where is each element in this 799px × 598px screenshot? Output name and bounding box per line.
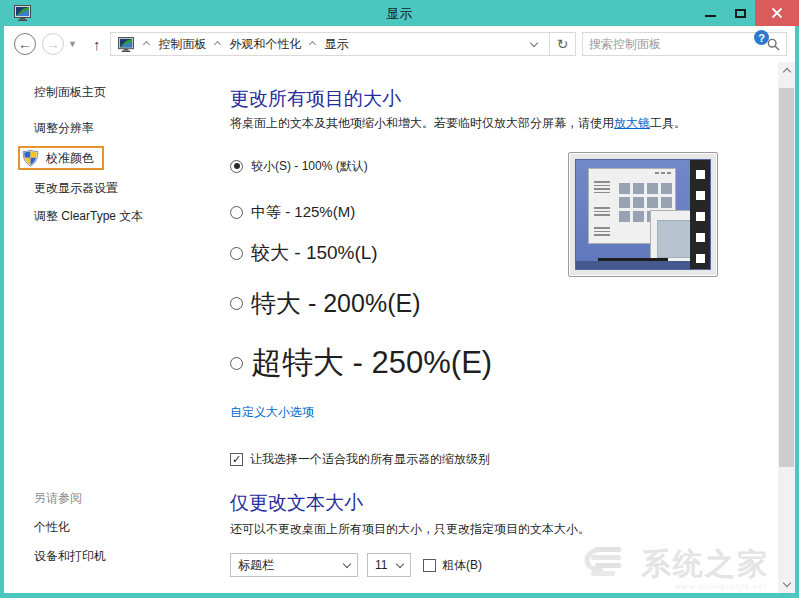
section-title-text-size: 仅更改文本大小 (230, 492, 775, 514)
radio-option-extralarge-200[interactable]: 特大 - 200%(E) (230, 286, 775, 320)
bold-checkbox-label: 粗体(B) (442, 557, 482, 574)
font-size-value: 11 (375, 558, 389, 572)
preview-screen (575, 159, 711, 270)
preview-taskbar (576, 261, 690, 269)
sidebar-item-label: 调整 ClearType 文本 (34, 208, 143, 225)
chevron-up-icon (782, 68, 790, 76)
radio-icon[interactable] (230, 206, 243, 219)
chevron-down-icon (396, 559, 404, 567)
refresh-button[interactable]: ↻ (550, 32, 576, 56)
sidebar-item-label: 更改显示器设置 (34, 180, 118, 197)
preview-text-lines (594, 207, 610, 216)
radio-label: 较大 - 150%(L) (251, 240, 378, 266)
preview-charms-bar (690, 160, 710, 269)
font-size-select[interactable]: 11 (367, 553, 411, 577)
breadcrumb-separator-icon (214, 40, 221, 47)
scroll-down-button[interactable] (778, 576, 795, 593)
back-button[interactable]: ← (14, 33, 36, 55)
forward-button[interactable]: → (42, 33, 64, 55)
search-input[interactable] (589, 37, 767, 51)
sidebar-item-adjust-resolution[interactable]: 调整分辨率 (34, 118, 230, 138)
breadcrumb-monitor-icon (118, 37, 134, 52)
radio-selected-icon[interactable] (230, 160, 243, 173)
scroll-up-button[interactable] (778, 62, 795, 79)
chevron-down-icon (782, 579, 790, 587)
breadcrumb-separator-icon (143, 40, 150, 47)
breadcrumb-separator-icon (309, 40, 316, 47)
titlebar: 显示 (0, 0, 799, 26)
sidebar: 控制面板主页 调整分辨率 校准颜色 更改显示器设置 调整 ClearType 文… (4, 62, 230, 593)
radio-icon[interactable] (230, 297, 243, 310)
maximize-button[interactable] (725, 0, 755, 26)
scale-all-displays-row[interactable]: ✓ 让我选择一个适合我的所有显示器的缩放级别 (230, 451, 775, 468)
text-size-description: 还可以不更改桌面上所有项目的大小，只更改指定项目的文本大小。 (230, 520, 775, 538)
breadcrumb-display[interactable]: 显示 (322, 36, 350, 53)
scrollbar-thumb[interactable] (779, 88, 794, 467)
help-icon[interactable]: ? (754, 30, 769, 45)
close-icon (771, 7, 783, 19)
maximize-icon (735, 9, 746, 18)
radio-icon[interactable] (230, 357, 243, 370)
see-also-section: 另请参阅 个性化 设备和打印机 (34, 490, 106, 577)
preview-text-lines (594, 181, 610, 193)
see-also-header: 另请参阅 (34, 490, 106, 507)
main-content: 更改所有项目的大小 将桌面上的文本及其他项缩小和增大。若要临时仅放大部分屏幕，请… (230, 62, 775, 593)
navigation-bar: ← → ▼ ↑ 控制面板 外观和个性化 显示 (4, 26, 795, 62)
item-select[interactable]: 标题栏 (230, 553, 358, 577)
breadcrumb-control-panel[interactable]: 控制面板 (156, 36, 208, 53)
radio-label: 较小(S) - 100% (默认) (251, 158, 368, 175)
window-title: 显示 (0, 5, 799, 23)
display-preview-image (568, 152, 718, 277)
preview-text-lines (594, 227, 610, 236)
display-settings-window: 显示 ← → ▼ ↑ (0, 0, 799, 598)
radio-label: 中等 - 125%(M) (251, 203, 355, 222)
radio-label: 超特大 - 250%(E) (251, 342, 492, 384)
preview-title-dashes (655, 172, 671, 174)
description-text: 工具。 (650, 116, 686, 130)
radio-label: 特大 - 200%(E) (251, 287, 420, 320)
section-title-change-size: 更改所有项目的大小 (230, 88, 775, 110)
sidebar-item-control-panel-home[interactable]: 控制面板主页 (34, 82, 230, 102)
minimize-button[interactable] (695, 0, 725, 26)
window-content-frame: ← → ▼ ↑ 控制面板 外观和个性化 显示 (4, 26, 795, 593)
magnifier-link[interactable]: 放大镜 (614, 116, 650, 130)
checkbox-label: 让我选择一个适合我的所有显示器的缩放级别 (250, 451, 490, 468)
radio-icon[interactable] (230, 247, 243, 260)
item-select-value: 标题栏 (238, 557, 336, 574)
vertical-scrollbar[interactable] (778, 62, 795, 593)
sidebar-item-change-display-settings[interactable]: 更改显示器设置 (34, 178, 230, 198)
chevron-down-icon (343, 559, 351, 567)
section-description: 将桌面上的文本及其他项缩小和增大。若要临时仅放大部分屏幕，请使用放大镜工具。 (230, 114, 775, 132)
address-bar[interactable]: 控制面板 外观和个性化 显示 (110, 32, 550, 56)
minimize-icon (705, 15, 716, 17)
sidebar-item-label: 控制面板主页 (34, 84, 106, 101)
text-size-controls: 标题栏 11 粗体(B) (230, 553, 775, 577)
search-icon[interactable] (767, 38, 780, 51)
checkbox-checked-icon[interactable]: ✓ (230, 453, 243, 466)
radio-option-superlarge-250[interactable]: 超特大 - 250%(E) (230, 342, 775, 384)
bold-checkbox[interactable] (423, 559, 436, 572)
sidebar-item-label: 校准颜色 (46, 150, 94, 167)
see-also-devices-printers[interactable]: 设备和打印机 (34, 548, 106, 565)
up-button[interactable]: ↑ (93, 36, 101, 53)
sidebar-item-calibrate-color[interactable]: 校准颜色 (18, 146, 104, 170)
breadcrumb-appearance[interactable]: 外观和个性化 (227, 36, 303, 53)
close-button[interactable] (755, 0, 799, 26)
uac-shield-icon (22, 149, 39, 167)
custom-size-options-link[interactable]: 自定义大小选项 (230, 404, 314, 421)
see-also-personalization[interactable]: 个性化 (34, 519, 106, 536)
description-text: 将桌面上的文本及其他项缩小和增大。若要临时仅放大部分屏幕，请使用 (230, 116, 614, 130)
history-dropdown-icon[interactable]: ▼ (68, 39, 77, 49)
address-dropdown-icon[interactable] (530, 38, 538, 46)
sidebar-item-label: 调整分辨率 (34, 120, 94, 137)
sidebar-item-adjust-cleartype[interactable]: 调整 ClearType 文本 (34, 206, 230, 226)
